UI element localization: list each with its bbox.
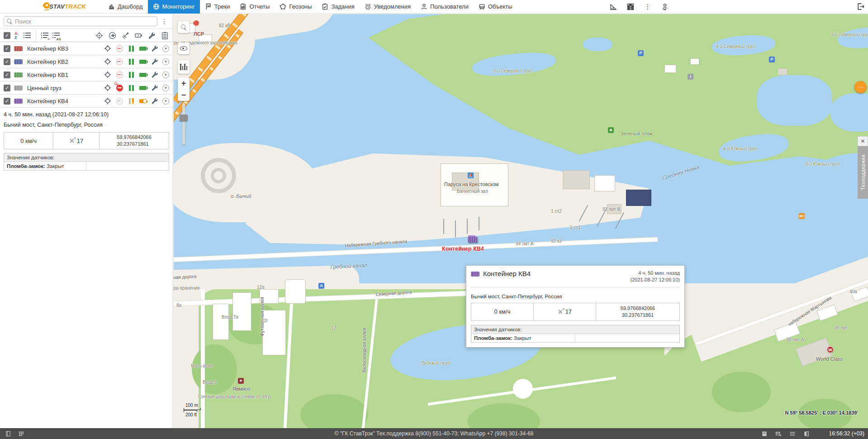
unit-checkbox[interactable]: ✓ bbox=[4, 58, 10, 65]
building bbox=[690, 58, 699, 65]
battery-icon bbox=[139, 97, 147, 105]
unit-checkbox[interactable]: ✓ bbox=[4, 98, 10, 105]
layer-visibility-button[interactable] bbox=[178, 43, 190, 54]
motion-status-icon bbox=[127, 97, 135, 105]
settings-wrench-icon[interactable] bbox=[151, 71, 159, 79]
unit-row[interactable]: ✓Ценный груз▼ bbox=[0, 81, 173, 95]
expand-icon[interactable]: ▼ bbox=[162, 58, 169, 65]
locate-all-icon[interactable] bbox=[95, 31, 104, 40]
nav-tasks[interactable]: Задания bbox=[317, 0, 359, 14]
speed-value: 0 км/ч bbox=[4, 133, 53, 149]
unit-row[interactable]: ✓Контейнер КВ1▼ bbox=[0, 68, 173, 81]
world-class-icon[interactable]: W bbox=[827, 346, 834, 353]
settings-wrench-icon[interactable] bbox=[151, 84, 159, 92]
speed-value: 0 км/ч bbox=[471, 303, 534, 320]
expand-icon[interactable]: ▼ bbox=[162, 98, 169, 105]
apps-grid-icon[interactable] bbox=[18, 430, 24, 437]
nav-objects[interactable]: Объекты bbox=[474, 0, 517, 14]
map-search-button[interactable] bbox=[178, 21, 190, 33]
tree-icon[interactable]: ♣ bbox=[608, 127, 614, 133]
settings-wrench-icon[interactable] bbox=[147, 31, 156, 40]
nav-dashboard[interactable]: Дашборд bbox=[103, 0, 148, 14]
sort-az-icon[interactable]: A↓Z bbox=[14, 32, 19, 39]
locate-icon[interactable] bbox=[104, 57, 112, 66]
settings-wrench-icon[interactable] bbox=[151, 44, 159, 52]
expand-icon[interactable]: ▼ bbox=[162, 45, 169, 52]
search-input[interactable] bbox=[15, 18, 154, 25]
nav-tracks[interactable]: Треки bbox=[200, 0, 235, 14]
building bbox=[563, 170, 590, 189]
nav-notifications[interactable]: Уведомления bbox=[360, 0, 416, 14]
select-all-checkbox[interactable]: ✓ bbox=[4, 32, 10, 39]
battery-power-icon[interactable] bbox=[134, 31, 143, 40]
image-icon[interactable] bbox=[789, 430, 796, 437]
unit-popup: Контейнер КВ4 4 ч. 50 мин. назад (2021-0… bbox=[466, 265, 685, 348]
unit-checkbox[interactable]: ✓ bbox=[4, 45, 10, 52]
app-logo[interactable]: STAVTRACK bbox=[43, 2, 86, 11]
block-status-icon[interactable] bbox=[115, 97, 123, 105]
close-icon[interactable]: ✕ bbox=[858, 136, 868, 146]
zoom-slider-handle[interactable] bbox=[180, 115, 188, 121]
list-view-icon[interactable] bbox=[24, 32, 31, 38]
logout-icon[interactable] bbox=[857, 3, 864, 12]
block-status-icon[interactable] bbox=[115, 44, 123, 52]
expand-icon[interactable]: ▼ bbox=[162, 85, 169, 91]
panel-toggle-icon[interactable] bbox=[5, 430, 11, 437]
unit-checkbox[interactable]: ✓ bbox=[4, 72, 10, 78]
nav-users[interactable]: Пользователи bbox=[416, 0, 474, 14]
locate-icon[interactable] bbox=[104, 44, 112, 52]
zoom-slider-track[interactable] bbox=[182, 103, 185, 145]
apps-grid-icon[interactable] bbox=[626, 3, 635, 11]
building bbox=[199, 34, 212, 43]
sailing-icon[interactable]: ⛵ bbox=[468, 172, 474, 178]
follow-mode-icon[interactable] bbox=[108, 31, 117, 40]
locate-icon[interactable] bbox=[104, 97, 112, 105]
unit-row[interactable]: ✓Контейнер КВ4▼ bbox=[0, 95, 173, 108]
unit-row[interactable]: ✓Контейнер КВ2▼ bbox=[0, 55, 173, 68]
map-canvas[interactable]: + − ЛСРры от надежного застройщика82 кВ5… bbox=[174, 14, 868, 428]
unit-row[interactable]: ✓Контейнер КВ3▼ bbox=[0, 42, 173, 55]
popup-title: Контейнер КВ4 bbox=[483, 270, 631, 277]
unit-marker[interactable] bbox=[468, 237, 478, 243]
columns-icon[interactable] bbox=[803, 430, 810, 437]
food-icon[interactable]: ● bbox=[238, 378, 244, 384]
zoom-out-button[interactable]: − bbox=[178, 89, 190, 101]
locate-icon[interactable] bbox=[104, 71, 112, 79]
zoom-in-button[interactable]: + bbox=[178, 77, 190, 89]
bus-stop-icon[interactable]: A bbox=[318, 283, 324, 289]
map-trees bbox=[192, 344, 237, 394]
map-pond bbox=[583, 38, 612, 51]
parking-icon[interactable]: P bbox=[769, 57, 775, 62]
nav-monitoring[interactable]: Мониторинг bbox=[148, 0, 200, 14]
popup-stats: 0 км/ч ✕17 59.976684206630.237671861 bbox=[471, 303, 680, 321]
more-menu-icon[interactable]: ⋮ bbox=[644, 3, 652, 11]
measure-tool-icon[interactable] bbox=[609, 3, 617, 11]
block-status-icon[interactable] bbox=[115, 71, 123, 79]
parking-icon[interactable]: P bbox=[638, 50, 644, 56]
satellite-icon[interactable] bbox=[121, 31, 130, 40]
info-icon[interactable]: i bbox=[688, 74, 693, 80]
account-switch-icon[interactable] bbox=[661, 3, 669, 11]
expand-icon[interactable]: ▼ bbox=[162, 72, 169, 78]
nav-reports[interactable]: Отчеты bbox=[235, 0, 275, 14]
show-all-icon[interactable]: All bbox=[52, 32, 60, 38]
support-tab[interactable]: Техподдержка bbox=[858, 146, 868, 199]
add-to-list-icon[interactable]: + bbox=[41, 32, 48, 38]
panel-list-icon[interactable] bbox=[761, 430, 768, 437]
block-status-icon[interactable] bbox=[115, 57, 123, 66]
battery-icon bbox=[139, 44, 147, 52]
clipboard-list-icon[interactable] bbox=[160, 31, 169, 40]
settings-wrench-icon[interactable] bbox=[151, 97, 159, 105]
satellite-count: ✕17 bbox=[534, 303, 596, 320]
unit-checkbox[interactable]: ✓ bbox=[4, 85, 10, 91]
support-chat-icon[interactable]: ··· bbox=[854, 81, 867, 93]
wc-icon[interactable]: WC bbox=[799, 213, 805, 219]
block-status-icon[interactable] bbox=[115, 84, 123, 92]
settings-wrench-icon[interactable] bbox=[151, 57, 159, 66]
nav-geofences[interactable]: Геозоны bbox=[275, 0, 317, 14]
mail-icon[interactable] bbox=[775, 430, 782, 437]
measure-button[interactable] bbox=[178, 60, 190, 74]
search-menu-icon[interactable]: ⋮ bbox=[161, 20, 167, 23]
container-icon bbox=[14, 99, 23, 104]
locate-icon[interactable] bbox=[104, 84, 112, 92]
